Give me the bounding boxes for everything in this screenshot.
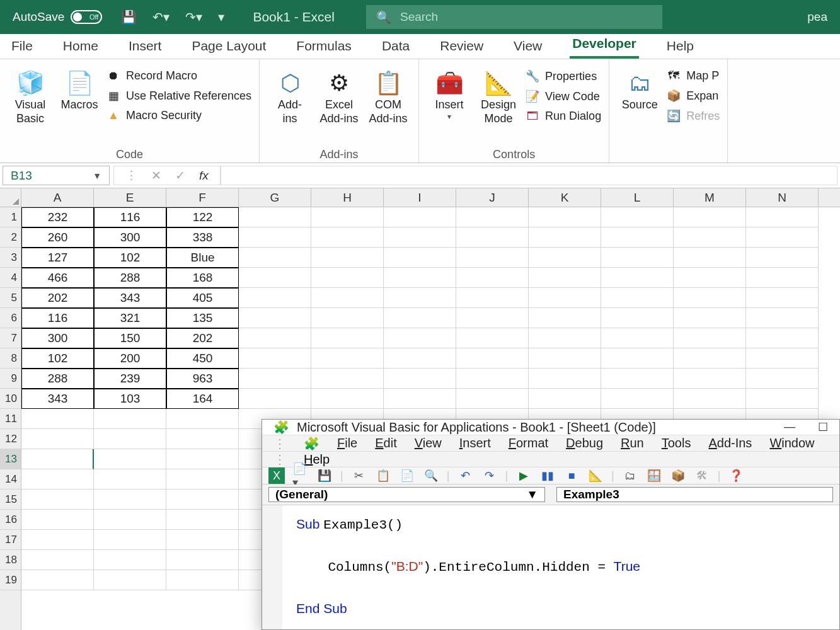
vba-menu-view[interactable]: View [415, 436, 442, 450]
insert-module-icon[interactable]: 📄▾ [292, 467, 309, 484]
source-button[interactable]: 🗂Source [617, 66, 662, 112]
cell[interactable] [166, 510, 239, 530]
cell[interactable]: 300 [21, 328, 94, 348]
cell[interactable] [746, 389, 819, 409]
record-macro-button[interactable]: ⏺Record Macro [106, 69, 197, 83]
cell[interactable] [746, 348, 819, 369]
row-header[interactable]: 18 [0, 550, 21, 570]
cell[interactable]: 288 [21, 369, 94, 389]
vba-menu-format[interactable]: Format [509, 436, 548, 450]
cell[interactable] [21, 530, 94, 550]
cell[interactable] [311, 248, 384, 268]
cell[interactable]: 102 [21, 348, 94, 369]
vba-window[interactable]: 🧩 Microsoft Visual Basic for Application… [262, 419, 840, 630]
select-all-corner[interactable] [0, 188, 21, 207]
cell[interactable] [674, 389, 746, 409]
help-icon[interactable]: ❓ [728, 467, 744, 484]
cell[interactable]: 102 [94, 248, 166, 268]
object-browser-icon[interactable]: 📦 [670, 467, 686, 484]
cell[interactable] [384, 207, 456, 227]
cell[interactable]: 164 [166, 389, 239, 409]
cell[interactable] [529, 268, 601, 288]
cell[interactable]: 150 [94, 328, 166, 348]
cell[interactable] [674, 268, 746, 288]
cell[interactable] [674, 207, 746, 227]
cell[interactable] [384, 369, 456, 389]
chevron-down-icon[interactable]: ▼ [93, 171, 101, 181]
cell[interactable] [21, 449, 94, 469]
cell[interactable] [94, 550, 166, 570]
properties-button[interactable]: 🔧Properties [525, 69, 597, 83]
column-header[interactable]: I [384, 188, 456, 207]
row-header[interactable]: 1 [0, 207, 21, 227]
cell[interactable] [384, 328, 456, 348]
cell[interactable] [384, 227, 456, 248]
cell[interactable] [674, 308, 746, 328]
cell[interactable] [746, 248, 819, 268]
row-header[interactable]: 9 [0, 369, 21, 389]
cell[interactable] [94, 409, 166, 429]
expansion-packs-button[interactable]: 📦Expan [666, 89, 718, 103]
cell[interactable] [746, 328, 819, 348]
row-header[interactable]: 19 [0, 570, 21, 590]
cell[interactable] [166, 490, 239, 510]
cell[interactable]: 239 [94, 369, 166, 389]
cell[interactable] [601, 348, 674, 369]
cell[interactable] [94, 490, 166, 510]
cell[interactable] [529, 288, 601, 308]
cell[interactable] [529, 328, 601, 348]
cell[interactable] [384, 389, 456, 409]
cell[interactable] [601, 328, 674, 348]
cell[interactable] [529, 248, 601, 268]
row-header[interactable]: 2 [0, 227, 21, 248]
column-header[interactable]: G [239, 188, 311, 207]
row-header[interactable]: 8 [0, 348, 21, 369]
column-header[interactable]: A [21, 188, 94, 207]
redo-icon[interactable]: ↷▾ [185, 9, 202, 25]
vba-menu-edit[interactable]: Edit [375, 436, 396, 450]
cell[interactable]: 466 [21, 268, 94, 288]
cell[interactable] [166, 429, 239, 449]
cell[interactable] [746, 268, 819, 288]
column-header[interactable]: N [746, 188, 819, 207]
cell[interactable] [674, 248, 746, 268]
cell[interactable] [529, 308, 601, 328]
cell[interactable] [746, 288, 819, 308]
cell[interactable] [239, 328, 311, 348]
cell[interactable] [529, 207, 601, 227]
design-mode-button[interactable]: 📐DesignMode [476, 66, 521, 125]
cell[interactable]: 116 [94, 207, 166, 227]
chevron-down-icon[interactable]: ▼ [526, 488, 538, 501]
addins-button[interactable]: ⬡Add-ins [267, 66, 313, 125]
cell[interactable]: 963 [166, 369, 239, 389]
column-header[interactable]: K [529, 188, 601, 207]
vba-menu-insert[interactable]: Insert [459, 436, 491, 450]
column-header[interactable]: H [311, 188, 384, 207]
tab-page-layout[interactable]: Page Layout [189, 35, 268, 59]
cell[interactable] [311, 308, 384, 328]
refresh-data-button[interactable]: 🔄Refres [666, 109, 720, 123]
cell[interactable] [21, 409, 94, 429]
cell[interactable] [456, 288, 529, 308]
cell[interactable] [746, 308, 819, 328]
cell[interactable] [601, 288, 674, 308]
maximize-icon[interactable]: ☐ [818, 420, 828, 434]
visual-basic-button[interactable]: 🧊 VisualBasic [8, 66, 53, 125]
com-addins-button[interactable]: 📋COMAdd-ins [365, 66, 411, 125]
cell[interactable] [384, 308, 456, 328]
cell[interactable] [456, 227, 529, 248]
cut-icon[interactable]: ✂ [351, 467, 367, 484]
insert-button[interactable]: 🧰Insert▾ [427, 66, 472, 121]
row-header[interactable]: 15 [0, 490, 21, 510]
macros-button[interactable]: 📄 Macros [57, 66, 102, 112]
cell[interactable] [21, 490, 94, 510]
cell[interactable] [311, 288, 384, 308]
cell[interactable] [674, 348, 746, 369]
cell[interactable] [456, 248, 529, 268]
cell[interactable] [674, 227, 746, 248]
toolbox-icon[interactable]: 🛠 [694, 467, 710, 484]
cell[interactable] [746, 207, 819, 227]
vba-titlebar[interactable]: 🧩 Microsoft Visual Basic for Application… [262, 420, 839, 435]
reset-icon[interactable]: ■ [563, 467, 580, 484]
cell[interactable] [601, 248, 674, 268]
